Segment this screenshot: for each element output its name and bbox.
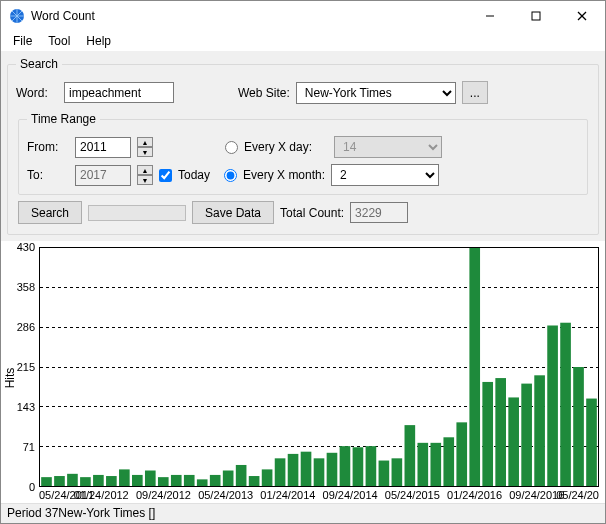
every-month-select[interactable]: 2 — [331, 164, 439, 186]
svg-rect-15 — [106, 476, 117, 486]
chart-plot — [39, 247, 599, 487]
svg-rect-43 — [469, 248, 480, 486]
svg-rect-36 — [379, 461, 390, 486]
window-title: Word Count — [31, 9, 467, 23]
today-checkbox[interactable] — [159, 169, 172, 182]
svg-rect-23 — [210, 475, 221, 486]
svg-rect-18 — [145, 471, 156, 486]
svg-rect-32 — [327, 453, 338, 486]
svg-rect-28 — [275, 458, 286, 486]
svg-rect-31 — [314, 458, 325, 486]
svg-rect-17 — [132, 475, 143, 486]
svg-rect-33 — [340, 446, 351, 486]
from-spinner[interactable]: ▲▼ — [137, 137, 153, 157]
svg-rect-45 — [495, 378, 506, 486]
total-count-value — [350, 202, 408, 223]
window-buttons — [467, 1, 605, 31]
svg-rect-13 — [80, 477, 91, 486]
word-label: Word: — [16, 86, 58, 100]
every-month-label: Every X month: — [243, 168, 325, 182]
svg-rect-2 — [532, 12, 540, 20]
from-label: From: — [27, 140, 69, 154]
svg-rect-46 — [508, 397, 519, 486]
save-data-button[interactable]: Save Data — [192, 201, 274, 224]
menu-file[interactable]: File — [5, 34, 40, 48]
to-spinner[interactable]: ▲▼ — [137, 165, 153, 185]
svg-rect-29 — [288, 454, 299, 486]
svg-rect-24 — [223, 471, 234, 486]
svg-rect-49 — [547, 325, 558, 486]
svg-rect-22 — [197, 479, 208, 486]
svg-rect-40 — [430, 443, 441, 486]
menu-tool[interactable]: Tool — [40, 34, 78, 48]
from-input[interactable] — [75, 137, 131, 158]
svg-rect-47 — [521, 384, 532, 486]
chart-yticks: 071143215286358430 — [1, 247, 37, 487]
svg-rect-10 — [41, 477, 52, 486]
search-button[interactable]: Search — [18, 201, 82, 224]
svg-rect-35 — [366, 446, 377, 486]
website-select[interactable]: New-York Times — [296, 82, 456, 104]
every-day-radio[interactable] — [225, 141, 238, 154]
every-day-label: Every X day: — [244, 140, 312, 154]
minimize-button[interactable] — [467, 1, 513, 31]
status-bar: Period 37New-York Times [] — [1, 503, 605, 523]
svg-rect-48 — [534, 375, 545, 486]
close-button[interactable] — [559, 1, 605, 31]
every-month-radio[interactable] — [224, 169, 237, 182]
svg-rect-12 — [67, 474, 78, 486]
svg-rect-39 — [417, 443, 428, 486]
svg-rect-25 — [236, 465, 247, 486]
time-range-legend: Time Range — [27, 112, 100, 126]
total-count-label: Total Count: — [280, 206, 344, 220]
client-area: Search Word: Web Site: New-York Times ..… — [1, 51, 605, 241]
progress-bar — [88, 205, 186, 221]
svg-rect-14 — [93, 475, 104, 486]
menubar: File Tool Help — [1, 31, 605, 51]
svg-rect-44 — [482, 382, 493, 486]
svg-rect-27 — [262, 469, 273, 486]
to-label: To: — [27, 168, 69, 182]
website-label: Web Site: — [238, 86, 290, 100]
time-range-group: Time Range From: ▲▼ Every X day: 14 To: … — [18, 112, 588, 195]
titlebar: Word Count — [1, 1, 605, 31]
menu-help[interactable]: Help — [78, 34, 119, 48]
svg-rect-52 — [586, 399, 597, 486]
search-legend: Search — [16, 57, 62, 71]
svg-rect-19 — [158, 477, 169, 486]
every-day-select: 14 — [334, 136, 442, 158]
svg-rect-34 — [353, 447, 364, 486]
chart-xticks: 05/24/201101/24/201209/24/201205/24/2013… — [39, 489, 599, 503]
svg-rect-16 — [119, 469, 130, 486]
svg-rect-11 — [54, 476, 65, 486]
app-icon — [9, 8, 25, 24]
word-input[interactable] — [64, 82, 174, 103]
svg-rect-42 — [456, 422, 467, 486]
maximize-button[interactable] — [513, 1, 559, 31]
svg-rect-30 — [301, 452, 312, 486]
svg-rect-50 — [560, 323, 571, 486]
svg-rect-26 — [249, 476, 260, 486]
svg-rect-21 — [184, 475, 195, 486]
svg-rect-37 — [392, 458, 403, 486]
svg-rect-38 — [405, 425, 416, 486]
svg-rect-41 — [443, 437, 454, 486]
svg-rect-20 — [171, 475, 182, 486]
to-input — [75, 165, 131, 186]
today-label: Today — [178, 168, 210, 182]
svg-rect-51 — [573, 367, 584, 486]
search-group: Search Word: Web Site: New-York Times ..… — [7, 57, 599, 235]
chart: Hits 071143215286358430 05/24/201101/24/… — [1, 243, 605, 513]
website-browse-button[interactable]: ... — [462, 81, 488, 104]
